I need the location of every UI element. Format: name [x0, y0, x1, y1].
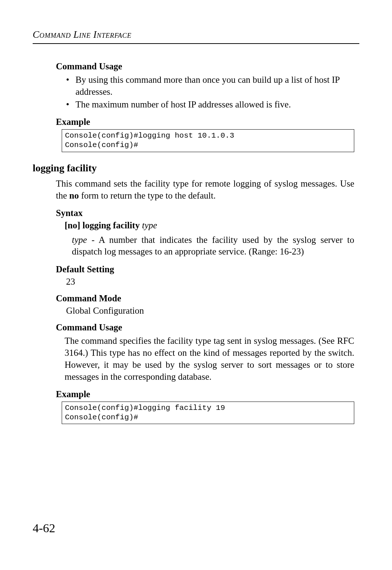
arg-desc-text: - A number that indicates the facility u… [72, 235, 354, 257]
example-code-block-2: Console(config)#logging facility 19 Cons… [62, 402, 354, 424]
section-title-logging-facility: logging facility [33, 162, 359, 174]
command-mode-heading: Command Mode [56, 293, 354, 304]
example-heading-2: Example [56, 389, 354, 399]
syntax-line: [no] logging facility type [65, 220, 354, 231]
syntax-no: no [68, 220, 77, 230]
intro-no-keyword: no [69, 191, 79, 200]
syntax-heading: Syntax [56, 208, 354, 218]
syntax-arg-description: type - A number that indicates the facil… [72, 234, 354, 258]
list-item: The maximum number of host IP addresses … [66, 98, 354, 110]
list-item: By using this command more than once you… [66, 74, 354, 98]
command-usage-heading-2: Command Usage [56, 322, 354, 333]
running-head: Command Line Interface [33, 29, 359, 40]
header-rule [33, 43, 359, 44]
syntax-bracket-close: ] [77, 220, 83, 230]
section-intro: This command sets the facility type for … [56, 178, 354, 201]
content-block: Command Usage By using this command more… [33, 61, 359, 152]
command-usage-text: The command specifies the facility type … [65, 335, 354, 383]
usage-bullet-list: By using this command more than once you… [66, 74, 354, 110]
command-mode-value: Global Configuration [66, 306, 354, 316]
arg-name: type [72, 235, 87, 245]
example-code-block: Console(config)#logging host 10.1.0.3 Co… [62, 129, 354, 152]
page: Command Line Interface Command Usage By … [0, 0, 392, 570]
syntax-arg: type [142, 220, 157, 230]
syntax-command: logging facility [82, 220, 140, 230]
page-number: 4-62 [33, 521, 55, 535]
intro-text-post: form to return the type to the default. [79, 191, 216, 200]
command-usage-heading: Command Usage [56, 61, 354, 72]
section-content: This command sets the facility type for … [33, 178, 359, 424]
default-setting-value: 23 [66, 277, 354, 287]
default-setting-heading: Default Setting [56, 264, 354, 274]
example-heading: Example [56, 117, 354, 127]
